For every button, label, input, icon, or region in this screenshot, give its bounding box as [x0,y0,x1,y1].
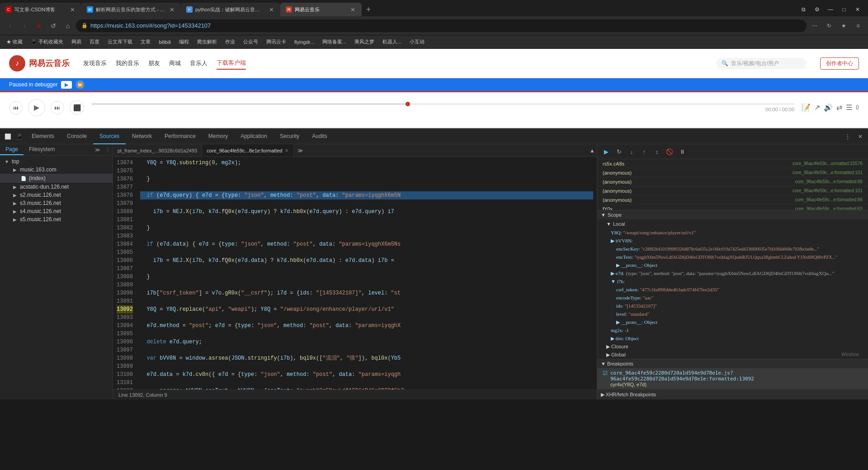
next-button[interactable]: ⏭ [51,101,64,114]
bp-header[interactable]: ▼ Breakpoints [597,359,868,368]
dbg-resume-btn[interactable]: ▶ [601,146,612,157]
bp-checkbox-0[interactable]: ☑ [603,370,608,376]
scope-global[interactable]: ▶ Global Window [597,351,868,359]
xhr-section[interactable]: ▶ XHR/fetch Breakpoints [597,389,868,399]
scope-proto-bvv8n[interactable]: ▶ __proto__: Object [597,261,868,269]
dt-left-more[interactable]: ≫ [93,145,103,155]
call-item-1[interactable]: (anonymous) core_96ac4fe59c...e:formatte… [597,168,868,177]
tab-audits[interactable]: Audits [306,129,333,144]
bookmark-public[interactable]: 公众号 [241,38,261,46]
playmode-button[interactable]: ⬛ [70,100,84,115]
debugger-icon[interactable]: ⏩ [75,80,85,89]
tab-2-close[interactable]: ✕ [168,6,175,13]
nav-download[interactable]: 下载客户端 [217,57,246,70]
bookmark-network[interactable]: 网络备案... [320,38,349,46]
local-scope-header[interactable]: ▼ Local [597,219,868,228]
home-button[interactable]: ⌂ [61,19,74,32]
win-maximize-btn[interactable]: □ [837,3,851,16]
tree-s3[interactable]: ▶ s3.music.126.net [0,199,113,207]
menu-btn[interactable]: ≡ [852,19,864,32]
scope-e7d[interactable]: ▶ e7d: {type: "json", method: "post", da… [597,269,868,277]
dt-inspect-btn[interactable]: ⬜ [2,131,14,142]
tab-1[interactable]: C 写文章-CSDN博客 ✕ [0,3,81,16]
editor-tab-2-close[interactable]: ✕ [284,147,289,154]
dbg-deactivate-btn[interactable]: 🚫 [664,146,675,157]
dt-more-btn[interactable]: ⋮ [842,131,854,142]
dt-left-options[interactable]: ⋮ [103,145,113,155]
tab-performance[interactable]: Performance [158,129,202,144]
scope-header[interactable]: ▼ Scope [597,210,868,219]
dt-close-btn[interactable]: ✕ [854,131,866,142]
win-minimize-btn[interactable]: — [824,3,837,16]
url-bar[interactable]: 🔒 https://music.163.com/#/song?id=145334… [76,19,807,32]
editor-tab-1[interactable]: pt_frame_index_...90328c6d1a2493 [113,144,202,157]
search-box[interactable]: 🔍 音乐/视频/电台/用户 [716,58,807,69]
bookmark-coding[interactable]: 编程 [176,38,192,46]
bookmark-baidu[interactable]: 百度 [87,38,102,46]
forward-button[interactable]: › [18,19,31,32]
win-close-btn[interactable]: ✕ [851,3,864,16]
nav-discover[interactable]: 发现音乐 [83,57,107,69]
bp-item-0[interactable]: ☑ core_96ac4fe59c2280d720a1d594e9d78e1e.… [597,368,868,389]
bookmark-mobile[interactable]: 📱 手机收藏夹 [28,38,66,46]
bookmark-wangyi[interactable]: 网易 [69,38,84,46]
scope-i7b-expand[interactable]: ▼ i7b: [597,277,868,285]
scope-proto-i7b[interactable]: ▶ __proto__: Object [597,318,868,326]
win-settings-btn[interactable]: ⚙ [810,3,824,16]
tab-security[interactable]: Security [274,129,306,144]
lyrics-icon[interactable]: 📝 [802,103,811,112]
tab-memory[interactable]: Memory [202,129,234,144]
bookmark-robot[interactable]: 机器人... [380,38,404,46]
call-item-2[interactable]: (anonymous) core_96ac4fe59c...e:formatte… [597,177,868,186]
share-icon[interactable]: ↗ [814,103,820,112]
code-area[interactable]: 13074130751307613077 1307813079130801308… [113,157,597,389]
tree-index[interactable]: 📄 (index) [0,174,113,183]
extensions-btn[interactable]: ⋯ [808,19,821,32]
tree-s4[interactable]: ▶ s4.music.126.net [0,207,113,215]
editor-more[interactable]: ≫ [294,147,307,154]
shuffle-icon[interactable]: ⇄ [836,103,842,112]
win-restore-btn[interactable]: ⧉ [797,3,810,16]
tab-sources[interactable]: Sources [93,129,126,144]
bookmark-dream[interactable]: 乘风之梦 [352,38,377,46]
tab-1-close[interactable]: ✕ [69,6,76,13]
tab-application[interactable]: Application [234,129,274,144]
tree-top[interactable]: ▼ top [0,157,113,166]
tab-3[interactable]: P python实战：破解网易云音乐p... ✕ [181,3,280,16]
tab-network[interactable]: Network [126,129,158,144]
scope-this[interactable]: ▶ this: Object [597,334,868,342]
favorites-btn[interactable]: ★ [837,19,850,32]
bookmark-crawler[interactable]: 爬虫解析 [194,38,220,46]
play-button[interactable]: ▶ [28,99,45,116]
dbg-step-over-btn[interactable]: ↻ [613,146,624,157]
call-item-4[interactable]: (anonymous) core_96ac4fe59c...e:formatte… [597,195,868,204]
tab-2[interactable]: 解 解析网易云音乐的加密方式 - 简... ✕ [81,3,181,16]
dbg-step-out-btn[interactable]: ↑ [639,146,650,157]
tree-acstatic[interactable]: ▶ acstatic-dun.126.net [0,183,113,191]
debugger-resume-btn[interactable]: ▶ [61,81,72,89]
editor-arrow-up[interactable]: ▲ [588,147,597,154]
tab-3-close[interactable]: ✕ [268,6,275,13]
scope-closure[interactable]: ▶ Closure [597,342,868,351]
new-tab-button[interactable]: + [362,3,375,16]
bookmark-interact[interactable]: 小互动 [407,38,427,46]
nav-mall[interactable]: 商城 [169,57,181,69]
back-button[interactable]: ‹ [4,19,16,32]
call-item-5[interactable]: fY0x core_96ac4fe59c...e:formatted:63 [597,204,868,210]
bookmark-doc[interactable]: 文章 [138,38,153,46]
dbg-pause-on-exception-btn[interactable]: ⏸ [677,146,688,157]
nav-friends[interactable]: 朋友 [148,57,160,69]
bookmark-homework[interactable]: 作业 [222,38,238,46]
tree-s5[interactable]: ▶ s5.music.126.net [0,215,113,223]
bookmark-cloud[interactable]: 云文库下载 [105,38,135,46]
dt-filesystem-tab[interactable]: Filesystem [24,144,60,155]
progress-bar[interactable] [91,103,794,105]
refresh-page-btn[interactable]: ↻ [823,19,835,32]
dt-page-tab[interactable]: Page [0,144,24,155]
tab-4[interactable]: 网 网易云音乐 ✕ [280,3,362,16]
nav-musician[interactable]: 音乐人 [190,57,208,69]
prev-button[interactable]: ⏮ [9,101,23,114]
scope-bvv8n[interactable]: ▶ bVV8N: [597,237,868,245]
stop-button[interactable]: ✕ [33,19,45,32]
dbg-step-into-btn[interactable]: ↓ [626,146,637,157]
